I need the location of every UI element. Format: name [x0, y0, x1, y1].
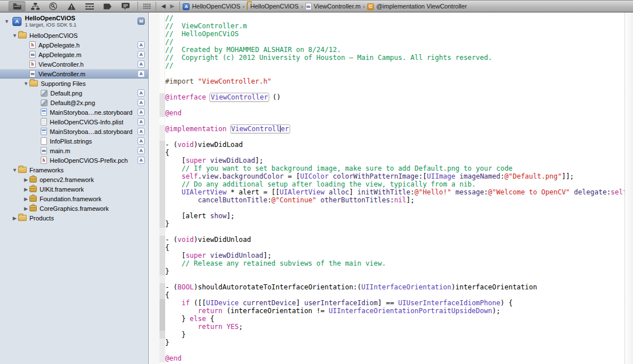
- sidebar-item-helloopencvios[interactable]: ▼HelloOpenCViOS: [0, 31, 148, 40]
- code-line[interactable]: #import "ViewController.h": [165, 77, 625, 85]
- code-line[interactable]: cancelButtonTitle:@"Continue" otherButto…: [165, 196, 625, 204]
- code-line[interactable]: @interface ViewController (): [165, 93, 625, 101]
- code-line[interactable]: }: [165, 331, 625, 339]
- code-line[interactable]: }: [165, 339, 625, 346]
- code-folding-ribbon[interactable]: [160, 12, 165, 364]
- related-items-icon[interactable]: [141, 3, 153, 9]
- sidebar-item-appdelegate-m[interactable]: mAppDelegate.mA: [0, 50, 148, 59]
- sidebar-item-foundation-framework[interactable]: ▶Foundation.framework: [0, 194, 148, 203]
- code-line[interactable]: {: [165, 149, 625, 157]
- code-line[interactable]: [165, 275, 625, 283]
- code-line[interactable]: @implementation ViewController: [165, 125, 625, 133]
- disclosure-triangle-icon[interactable]: ▼: [11, 33, 18, 38]
- code-line[interactable]: return (interfaceOrientation != UIInterf…: [165, 307, 625, 315]
- sidebar-item-viewcontroller-h[interactable]: hViewController.hA: [0, 59, 148, 69]
- code-line[interactable]: UIAlertView * alert = [[UIAlertView allo…: [165, 188, 625, 196]
- code-line[interactable]: }: [165, 267, 625, 275]
- source-editor[interactable]: //// ViewController.m// HelloOpenCViOS//…: [149, 12, 633, 364]
- disclosure-triangle-icon[interactable]: ▶: [23, 196, 29, 202]
- code-line[interactable]: [165, 70, 625, 77]
- sidebar-item-opencv2-framework[interactable]: ▶opencv2.framework: [0, 175, 148, 184]
- log-navigator-icon[interactable]: [117, 1, 134, 11]
- sidebar-item-viewcontroller-m[interactable]: mViewController.mA: [0, 69, 148, 79]
- code-line[interactable]: if ([[UIDevice currentDevice] userInterf…: [165, 299, 625, 307]
- search-navigator-icon[interactable]: [45, 1, 62, 11]
- sidebar-item-mainstoryboa-ad-storyboard[interactable]: MainStoryboa…ad.storyboardA: [0, 127, 148, 136]
- breadcrumb-item[interactable]: mViewController.m: [305, 2, 361, 10]
- back-button[interactable]: ◀: [159, 3, 168, 9]
- sidebar-item-default-2x-png[interactable]: Default@2x.pngA: [0, 98, 148, 107]
- issue-navigator-icon[interactable]: [63, 1, 80, 11]
- code-area[interactable]: //// ViewController.m// HelloOpenCViOS//…: [165, 12, 625, 364]
- disclosure-triangle-icon[interactable]: ▼: [23, 81, 29, 86]
- sidebar-item-coregraphics-framework[interactable]: ▶CoreGraphics.framework: [0, 203, 148, 213]
- sidebar-item-main-m[interactable]: mmain.mA: [0, 146, 148, 155]
- highlighted-token[interactable]: ViewController: [209, 93, 269, 102]
- code-line[interactable]: [165, 117, 625, 125]
- code-line[interactable]: [165, 133, 625, 141]
- code-line[interactable]: [165, 346, 625, 354]
- code-line[interactable]: // Copyright (c) 2012 University of Hous…: [165, 54, 625, 62]
- disclosure-triangle-icon[interactable]: ▶: [11, 215, 18, 221]
- project-row[interactable]: ▼ A HelloOpenCViOS 1 target, iOS SDK 5.1…: [0, 12, 148, 31]
- sidebar-item-uikit-framework[interactable]: ▶UIKit.framework: [0, 184, 148, 194]
- code-line[interactable]: // Release any retained subviews of the …: [165, 259, 625, 267]
- breadcrumb-item[interactable]: C@implementation ViewController: [367, 2, 467, 10]
- project-navigator-icon[interactable]: [8, 1, 25, 11]
- code-line[interactable]: {: [165, 291, 625, 299]
- code-line[interactable]: self.view.backgroundColor = [UIColor col…: [165, 172, 625, 180]
- sidebar-item-supporting-files[interactable]: ▼Supporting Files: [0, 79, 148, 88]
- vertical-scrollbar[interactable]: [625, 12, 633, 364]
- sidebar-item-products[interactable]: ▶Products: [0, 213, 148, 223]
- sidebar-item-mainstoryboa-ne-storyboard[interactable]: MainStoryboa…ne.storyboardA: [0, 107, 148, 117]
- sidebar-item-helloopencvios-info-plist[interactable]: HelloOpenCViOS-Info.plistA: [0, 117, 148, 127]
- disclosure-triangle-icon[interactable]: ▶: [23, 177, 29, 183]
- code-line[interactable]: //: [165, 62, 625, 70]
- code-line[interactable]: @end: [165, 109, 625, 117]
- disclosure-triangle-icon[interactable]: ▼: [3, 19, 10, 24]
- sidebar-item-appdelegate-h[interactable]: hAppDelegate.hA: [0, 40, 148, 50]
- disclosure-triangle-icon[interactable]: ▶: [23, 206, 29, 211]
- code-line[interactable]: } else {: [165, 315, 625, 323]
- sidebar-item-helloopencvios-prefix-pch[interactable]: hHelloOpenCViOS-Prefix.pchA: [0, 155, 148, 165]
- strings-file-icon: [41, 137, 47, 145]
- code-line[interactable]: @end: [165, 354, 625, 362]
- code-line[interactable]: // ViewController.m: [165, 22, 625, 30]
- sidebar-item-frameworks[interactable]: ▼Frameworks: [0, 165, 148, 175]
- code-line[interactable]: // HelloOpenCViOS: [165, 30, 625, 38]
- code-line[interactable]: //: [165, 38, 625, 46]
- code-line[interactable]: [super viewDidUnload];: [165, 252, 625, 259]
- code-line[interactable]: [super viewDidLoad];: [165, 157, 625, 164]
- sidebar-item-infoplist-strings[interactable]: InfoPlist.stringsA: [0, 136, 148, 146]
- disclosure-triangle-icon[interactable]: ▶: [23, 187, 29, 192]
- code-line[interactable]: [alert show];: [165, 212, 625, 220]
- forward-button[interactable]: ▶: [168, 3, 177, 9]
- symbol-navigator-icon[interactable]: [27, 1, 44, 11]
- breakpoint-gutter[interactable]: [149, 12, 160, 364]
- code-line[interactable]: // If you want to set background image, …: [165, 164, 625, 172]
- code-line[interactable]: //: [165, 14, 625, 22]
- fold-ribbon-segment[interactable]: [160, 93, 165, 117]
- breakpoint-navigator-icon[interactable]: [99, 1, 116, 11]
- code-line[interactable]: - (void)viewDidLoad: [165, 141, 625, 149]
- fold-ribbon-segment[interactable]: [160, 236, 165, 275]
- code-line[interactable]: [165, 101, 625, 109]
- code-line[interactable]: - (BOOL)shouldAutorotateToInterfaceOrien…: [165, 283, 625, 291]
- fold-ribbon-segment[interactable]: [160, 141, 165, 228]
- code-line[interactable]: [165, 228, 625, 236]
- code-line[interactable]: {: [165, 244, 625, 252]
- code-line[interactable]: - (void)viewDidUnload: [165, 236, 625, 244]
- code-line[interactable]: // Do any additional setup after loading…: [165, 180, 625, 188]
- breadcrumb-item[interactable]: AHelloOpenCViOS: [183, 2, 240, 10]
- highlighted-token[interactable]: ViewController: [230, 124, 290, 133]
- breadcrumb-item[interactable]: HelloOpenCViOS: [247, 3, 298, 10]
- fold-ribbon-segment[interactable]: [160, 299, 165, 331]
- code-line[interactable]: // Created by MOHAMMED ALSHAIR on 8/24/1…: [165, 46, 625, 54]
- code-line[interactable]: [165, 85, 625, 93]
- sidebar-item-default-png[interactable]: Default.pngA: [0, 88, 148, 98]
- debug-navigator-icon[interactable]: [81, 1, 98, 11]
- disclosure-triangle-icon[interactable]: ▼: [11, 167, 18, 173]
- code-line[interactable]: [165, 204, 625, 212]
- code-line[interactable]: return YES;: [165, 323, 625, 331]
- code-line[interactable]: }: [165, 220, 625, 228]
